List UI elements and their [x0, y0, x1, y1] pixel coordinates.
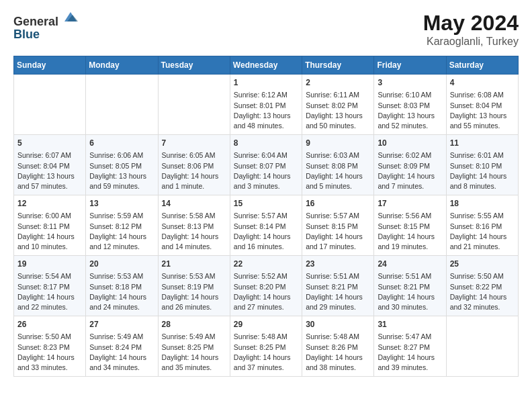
day-info-line: Sunset: 8:21 PM [378, 282, 442, 292]
day-number: 7 [162, 138, 226, 149]
day-number: 26 [17, 319, 82, 330]
day-info-line: and 29 minutes. [306, 302, 370, 312]
day-info-line: Daylight: 14 hours [17, 232, 82, 242]
day-number: 22 [234, 259, 298, 270]
day-info-line: Daylight: 14 hours [306, 171, 370, 181]
calendar-cell: 3Sunrise: 6:10 AMSunset: 8:03 PMDaylight… [374, 75, 446, 135]
day-info-line: Sunrise: 5:53 AM [162, 271, 226, 281]
day-info-line: and 59 minutes. [89, 181, 154, 191]
calendar-cell [86, 75, 158, 135]
day-info-line: Daylight: 14 hours [17, 292, 82, 302]
calendar-cell: 14Sunrise: 5:58 AMSunset: 8:13 PMDayligh… [158, 195, 230, 256]
day-info-line: Daylight: 13 hours [17, 171, 82, 181]
logo-block: General Blue [13, 11, 78, 41]
day-info-line: and 7 minutes. [378, 181, 442, 191]
header-sunday: Sunday [14, 56, 86, 75]
day-info-line: Sunset: 8:04 PM [450, 101, 515, 111]
day-info-line: Daylight: 14 hours [162, 232, 226, 242]
day-number: 4 [450, 77, 515, 89]
day-info-line: Sunset: 8:07 PM [234, 161, 298, 171]
week-row-1: 1Sunrise: 6:12 AMSunset: 8:01 PMDaylight… [14, 75, 519, 135]
day-number: 18 [450, 198, 515, 210]
day-info-line: Sunrise: 5:51 AM [378, 271, 442, 281]
day-info-line: Daylight: 14 hours [17, 353, 82, 363]
day-info-line: Sunset: 8:27 PM [378, 342, 442, 353]
month-title: May 2024 [423, 11, 519, 36]
day-info-line: Daylight: 13 hours [378, 111, 442, 121]
calendar-cell [446, 316, 518, 377]
day-number: 12 [17, 198, 82, 210]
calendar-cell: 11Sunrise: 6:01 AMSunset: 8:10 PMDayligh… [446, 135, 518, 195]
day-info-line: Sunrise: 6:08 AM [450, 90, 515, 100]
week-row-4: 19Sunrise: 5:54 AMSunset: 8:17 PMDayligh… [14, 256, 519, 316]
calendar-cell [14, 75, 86, 135]
day-info-line: Sunrise: 6:01 AM [450, 150, 515, 161]
day-info-line: and 19 minutes. [378, 242, 442, 252]
day-number: 25 [450, 259, 515, 270]
day-info-line: Sunset: 8:21 PM [306, 282, 370, 292]
day-info-line: Sunset: 8:02 PM [306, 101, 370, 111]
day-info-line: Sunrise: 5:47 AM [378, 332, 442, 342]
day-info-line: and 21 minutes. [450, 242, 515, 252]
day-number: 9 [306, 138, 370, 149]
week-row-3: 12Sunrise: 6:00 AMSunset: 8:11 PMDayligh… [14, 195, 519, 256]
day-info-line: Daylight: 14 hours [450, 232, 515, 242]
day-info-line: Sunset: 8:25 PM [234, 342, 298, 353]
day-info-line: Sunrise: 5:50 AM [450, 271, 515, 281]
day-info-line: and 12 minutes. [89, 242, 154, 252]
calendar-cell: 17Sunrise: 5:56 AMSunset: 8:15 PMDayligh… [374, 195, 446, 256]
header-thursday: Thursday [302, 56, 374, 75]
calendar-table: Sunday Monday Tuesday Wednesday Thursday… [13, 56, 519, 377]
calendar-cell: 28Sunrise: 5:49 AMSunset: 8:25 PMDayligh… [158, 316, 230, 377]
calendar-cell: 26Sunrise: 5:50 AMSunset: 8:23 PMDayligh… [14, 316, 86, 377]
day-info-line: Daylight: 14 hours [89, 353, 154, 363]
day-info-line: Daylight: 13 hours [234, 111, 298, 121]
day-info-line: Daylight: 14 hours [306, 353, 370, 363]
day-info-line: Sunrise: 6:05 AM [162, 150, 226, 161]
day-info-line: and 8 minutes. [450, 181, 515, 191]
day-info-line: Sunrise: 5:58 AM [162, 211, 226, 221]
day-info-line: Sunrise: 6:10 AM [378, 90, 442, 100]
day-info-line: Sunset: 8:20 PM [234, 282, 298, 292]
calendar-cell: 6Sunrise: 6:06 AMSunset: 8:05 PMDaylight… [86, 135, 158, 195]
logo-general: General [13, 15, 58, 28]
day-info-line: Sunset: 8:25 PM [162, 342, 226, 353]
header-tuesday: Tuesday [158, 56, 230, 75]
day-info-line: Sunrise: 5:51 AM [306, 271, 370, 281]
day-number: 1 [234, 77, 298, 89]
day-info-line: Daylight: 14 hours [89, 232, 154, 242]
day-info-line: Daylight: 14 hours [450, 292, 515, 302]
day-info-line: Sunrise: 6:00 AM [17, 211, 82, 221]
day-info-line: and 33 minutes. [17, 363, 82, 373]
day-info-line: Sunset: 8:18 PM [89, 282, 154, 292]
day-info-line: Sunset: 8:08 PM [306, 161, 370, 171]
day-info-line: Daylight: 14 hours [378, 353, 442, 363]
day-info-line: Sunrise: 5:57 AM [306, 211, 370, 221]
day-info-line: Sunrise: 5:53 AM [89, 271, 154, 281]
calendar-cell: 21Sunrise: 5:53 AMSunset: 8:19 PMDayligh… [158, 256, 230, 316]
day-info-line: and 5 minutes. [306, 181, 370, 191]
calendar-cell: 16Sunrise: 5:57 AMSunset: 8:15 PMDayligh… [302, 195, 374, 256]
day-number: 13 [89, 198, 154, 210]
calendar-cell: 27Sunrise: 5:49 AMSunset: 8:24 PMDayligh… [86, 316, 158, 377]
day-info-line: Sunrise: 5:54 AM [17, 271, 82, 281]
day-info-line: Daylight: 14 hours [450, 171, 515, 181]
day-info-line: Sunset: 8:23 PM [17, 342, 82, 353]
calendar-cell: 15Sunrise: 5:57 AMSunset: 8:14 PMDayligh… [230, 195, 302, 256]
logo-blue: Blue [13, 28, 40, 41]
day-info-line: and 17 minutes. [306, 242, 370, 252]
day-info-line: and 26 minutes. [162, 302, 226, 312]
page: General Blue May 2024 Karaoglanli, Turke… [0, 0, 532, 387]
day-info-line: and 35 minutes. [162, 363, 226, 373]
day-info-line: Sunset: 8:15 PM [378, 222, 442, 232]
day-number: 16 [306, 198, 370, 210]
day-info-line: Daylight: 13 hours [450, 111, 515, 121]
day-info-line: Daylight: 14 hours [234, 353, 298, 363]
day-info-line: Sunrise: 5:50 AM [17, 332, 82, 342]
calendar-cell: 31Sunrise: 5:47 AMSunset: 8:27 PMDayligh… [374, 316, 446, 377]
day-number: 5 [17, 138, 82, 149]
day-info-line: and 3 minutes. [234, 181, 298, 191]
day-info-line: Sunset: 8:10 PM [450, 161, 515, 171]
day-number: 8 [234, 138, 298, 149]
day-info-line: Sunset: 8:01 PM [234, 101, 298, 111]
